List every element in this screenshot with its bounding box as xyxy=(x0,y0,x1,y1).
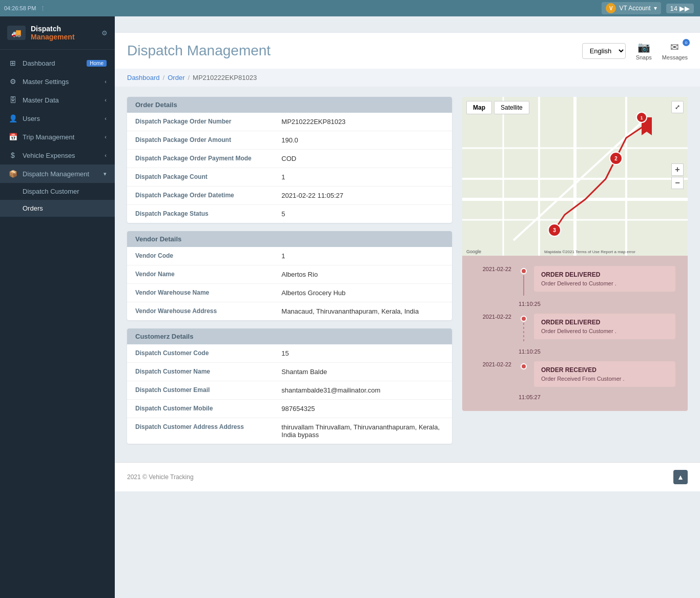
sidebar-dashboard-label: Dashboard xyxy=(23,59,55,67)
timeline-date-1: 2021-02-22 xyxy=(472,266,519,272)
orders-sub-label: Orders xyxy=(23,204,43,212)
vt-account-avatar: V xyxy=(606,3,616,13)
timeline-dot-2 xyxy=(521,316,527,322)
table-row: Vendor Warehouse Address Manacaud, Thiru… xyxy=(127,302,452,321)
vendor-details-header: Vendor Details xyxy=(127,231,452,247)
timeline-dot-3 xyxy=(521,363,527,369)
timeline-card-2: ORDER DELIVERED Order Delivered to Custo… xyxy=(534,314,675,339)
table-row: Vendor Warehouse Name Albertos Grocery H… xyxy=(127,284,452,302)
vt-account-button[interactable]: V VT Account ▾ xyxy=(602,2,661,14)
messages-badge: 0 xyxy=(683,39,690,46)
svg-text:Mapidata ©2021  Terms of Use  : Mapidata ©2021 Terms of Use Report a map… xyxy=(544,250,635,254)
snaps-button[interactable]: 📷 Snaps xyxy=(636,41,652,60)
sidebar-item-dispatch-management[interactable]: 📦 Dispatch Management ▾ xyxy=(0,164,115,183)
timeline-time-1: 11:10:25 xyxy=(462,300,682,310)
table-row: Dispatch Package Order Number MP210222EK… xyxy=(127,113,452,131)
dashboard-icon: ⊞ xyxy=(8,59,17,67)
vehicle-expenses-arrow: ‹ xyxy=(105,152,107,158)
sidebar-vehicle-expenses-label: Vehicle Expenses xyxy=(23,152,75,159)
map-tab-satellite[interactable]: Satellite xyxy=(494,101,529,114)
map-placeholder: 3 2 1 Google Mapidata ©2021 Terms of Use… xyxy=(462,97,688,256)
table-row: Dispatch Customer Email shantambalde31@m… xyxy=(127,381,452,400)
timeline-card-1: ORDER DELIVERED Order Delivered to Custo… xyxy=(534,266,675,292)
sidebar-users-label: Users xyxy=(23,115,40,122)
timeline-time-2: 11:10:25 xyxy=(462,347,682,357)
logo-line1: Dispatch xyxy=(31,25,75,33)
sidebar-settings-icon[interactable]: ⚙ xyxy=(101,29,108,37)
order-details-card: Order Details Dispatch Package Order Num… xyxy=(127,97,452,223)
master-data-arrow: ‹ xyxy=(105,97,107,103)
sidebar-item-users[interactable]: 👤 Users ‹ xyxy=(0,109,115,128)
table-row: Dispatch Package Order Amount 190.0 xyxy=(127,131,452,150)
timeline-date-3: 2021-02-22 xyxy=(472,361,519,367)
messages-label: Messages xyxy=(662,54,688,60)
vendor-details-card: Vendor Details Vendor Code 1 Vendor Name… xyxy=(127,231,452,320)
messages-icon: ✉ xyxy=(670,41,679,53)
timeline-card-desc-3: Order Received From Customer . xyxy=(541,376,668,382)
home-badge: Home xyxy=(87,60,107,67)
language-select[interactable]: English xyxy=(582,43,626,59)
order-status-value: 5 xyxy=(273,205,452,223)
sidebar-header-time: 04:26:58 PM xyxy=(4,5,36,11)
vendor-warehouse-name-value: Albertos Grocery Hub xyxy=(273,284,452,302)
order-status-label: Dispatch Package Status xyxy=(127,205,273,223)
order-details-table: Dispatch Package Order Number MP210222EK… xyxy=(127,113,452,223)
sidebar-subitem-dispatch-customer[interactable]: Dispatch Customer xyxy=(0,183,115,200)
svg-text:1: 1 xyxy=(640,115,643,120)
timeline-dot-area-1 xyxy=(519,266,529,296)
nav-count-area[interactable]: 14 ▶▶ xyxy=(666,4,694,13)
table-row: Dispatch Customer Mobile 987654325 xyxy=(127,400,452,418)
order-number-label: Dispatch Package Order Number xyxy=(127,113,273,131)
sidebar-item-vehicle-expenses[interactable]: $ Vehicle Expenses ‹ xyxy=(0,146,115,164)
map-zoom-in-button[interactable]: + xyxy=(671,163,684,176)
logo-icon: 🚚 xyxy=(7,26,26,40)
timeline-card-title-2: ORDER DELIVERED xyxy=(541,319,668,326)
timeline-dot-area-2 xyxy=(519,314,529,343)
timeline-card-title-1: ORDER DELIVERED xyxy=(541,271,668,278)
vt-account-arrow: ▾ xyxy=(654,5,657,12)
customer-email-label: Dispatch Customer Email xyxy=(127,381,273,400)
sidebar-item-master-data[interactable]: 🗄 Master Data ‹ xyxy=(0,91,115,109)
sidebar-item-dashboard[interactable]: ⊞ Dashboard Home xyxy=(0,54,115,72)
sidebar-item-trip-management[interactable]: 📅 Trip Management ‹ xyxy=(0,128,115,146)
breadcrumb-dashboard[interactable]: Dashboard xyxy=(127,74,160,81)
timeline-content-1: ORDER DELIVERED Order Delivered to Custo… xyxy=(534,266,675,294)
vendor-warehouse-address-label: Vendor Warehouse Address xyxy=(127,302,273,321)
table-row: Dispatch Package Count 1 xyxy=(127,168,452,187)
breadcrumb-sep2: / xyxy=(188,74,190,81)
customer-email-value: shantambalde31@mailinator.com xyxy=(273,381,452,400)
vehicle-expenses-icon: $ xyxy=(8,151,17,159)
order-count-label: Dispatch Package Count xyxy=(127,168,273,187)
dispatch-customer-sub-label: Dispatch Customer xyxy=(23,188,79,195)
map-zoom-out-button[interactable]: − xyxy=(671,177,684,189)
sidebar-dispatch-management-label: Dispatch Management xyxy=(23,170,89,178)
svg-text:Google: Google xyxy=(466,249,481,254)
svg-text:2: 2 xyxy=(614,156,617,161)
vendor-name-value: Albertos Rio xyxy=(273,265,452,284)
map-expand-button[interactable]: ⤢ xyxy=(671,101,684,113)
breadcrumb-order-id: MP210222EKP81023 xyxy=(193,74,257,81)
sidebar-subitem-orders[interactable]: Orders xyxy=(0,200,115,217)
customer-address-label: Dispatch Customer Address Address xyxy=(127,418,273,444)
order-count-value: 1 xyxy=(273,168,452,187)
sidebar-item-master-settings[interactable]: ⚙ Master Settings ‹ xyxy=(0,72,115,91)
order-details-header: Order Details xyxy=(127,97,452,113)
order-amount-label: Dispatch Package Order Amount xyxy=(127,131,273,150)
timeline-item: 2021-02-22 ORDER RECEIVED Order Received… xyxy=(462,357,682,393)
timeline-card-title-3: ORDER RECEIVED xyxy=(541,366,668,374)
footer-copyright: 2021 © Vehicle Tracking xyxy=(127,473,194,481)
trip-management-icon: 📅 xyxy=(8,133,17,141)
timeline-date-2: 2021-02-22 xyxy=(472,314,519,320)
vendor-code-value: 1 xyxy=(273,247,452,265)
right-panel: 3 2 1 Google Mapidata ©2021 Terms of Use… xyxy=(462,97,688,452)
svg-text:3: 3 xyxy=(553,228,556,233)
breadcrumb-order[interactable]: Order xyxy=(168,74,184,81)
sidebar-nav: ⊞ Dashboard Home ⚙ Master Settings ‹ 🗄 M… xyxy=(0,50,115,598)
messages-button[interactable]: 0 ✉ Messages xyxy=(662,41,688,60)
timeline-container[interactable]: 2021-02-22 ORDER DELIVERED Order Deliver… xyxy=(462,256,688,411)
customer-details-header: Customerz Details xyxy=(127,328,452,344)
scroll-to-top-button[interactable]: ▲ xyxy=(673,470,688,484)
timeline-date-text-2: 2021-02-22 xyxy=(472,314,511,320)
customer-mobile-value: 987654325 xyxy=(273,400,452,418)
map-tab-map[interactable]: Map xyxy=(466,101,492,114)
